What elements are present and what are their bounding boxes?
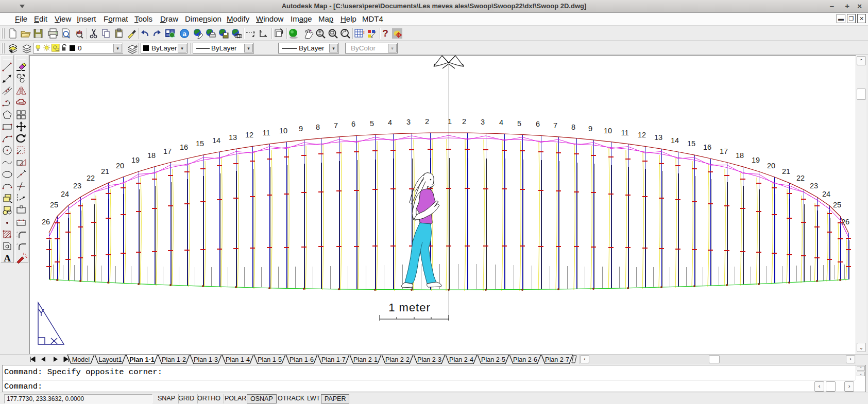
svg-text:10: 10	[604, 127, 612, 135]
svg-text:13: 13	[654, 133, 662, 142]
svg-text:24: 24	[822, 190, 830, 198]
svg-text:Model: Model	[72, 356, 90, 363]
svg-text:24: 24	[61, 190, 69, 198]
svg-text:12: 12	[245, 131, 253, 139]
svg-text:14: 14	[212, 136, 220, 145]
svg-text:Plan 2-3: Plan 2-3	[417, 356, 441, 363]
svg-text:26: 26	[42, 218, 50, 226]
svg-text:16: 16	[180, 143, 188, 151]
svg-text:2: 2	[462, 117, 466, 126]
svg-text:Plan 2-4: Plan 2-4	[449, 356, 473, 363]
svg-text:10: 10	[279, 127, 287, 135]
svg-text:Plan 1-5: Plan 1-5	[258, 356, 282, 363]
svg-text:5: 5	[517, 119, 521, 128]
svg-text:14: 14	[671, 136, 679, 145]
svg-text:22: 22	[796, 174, 805, 182]
svg-text:8: 8	[316, 123, 320, 131]
svg-text:3: 3	[406, 118, 411, 126]
svg-text:20: 20	[767, 162, 775, 170]
svg-text:Plan 2-2: Plan 2-2	[385, 356, 410, 363]
svg-text:4: 4	[388, 118, 392, 127]
svg-text:3: 3	[481, 118, 485, 126]
svg-text:Plan 1-7: Plan 1-7	[321, 356, 346, 363]
svg-text:23: 23	[810, 182, 818, 190]
svg-text:22: 22	[87, 174, 95, 182]
svg-text:Plan 2-5: Plan 2-5	[481, 356, 505, 363]
svg-text:2: 2	[425, 117, 429, 126]
svg-text:23: 23	[73, 182, 81, 190]
svg-text:21: 21	[782, 167, 790, 175]
svg-text:?: ?	[382, 28, 388, 39]
svg-text:Plan 2-1: Plan 2-1	[353, 356, 378, 363]
svg-text:19: 19	[131, 156, 140, 164]
svg-text:12: 12	[638, 131, 646, 139]
svg-text:1 meter: 1 meter	[388, 301, 431, 314]
svg-text:7: 7	[553, 121, 557, 130]
svg-text:Plan 2-6: Plan 2-6	[513, 356, 537, 363]
svg-text:26: 26	[841, 218, 849, 226]
svg-text:13: 13	[229, 133, 237, 142]
svg-text:15: 15	[196, 139, 204, 148]
svg-text:15: 15	[687, 139, 695, 148]
svg-text:1: 1	[448, 117, 452, 126]
svg-text:18: 18	[736, 151, 744, 160]
svg-text:Plan 1-2: Plan 1-2	[162, 356, 186, 363]
svg-text:6: 6	[536, 120, 540, 128]
svg-text:9: 9	[588, 125, 592, 133]
svg-text:a: a	[182, 30, 186, 38]
svg-text:21: 21	[101, 167, 109, 175]
svg-text:17: 17	[163, 147, 172, 155]
svg-text:11: 11	[262, 129, 270, 137]
svg-text:Plan 2-7: Plan 2-7	[545, 356, 569, 363]
svg-text:4: 4	[499, 118, 503, 127]
svg-text:7: 7	[334, 121, 338, 130]
svg-text:8: 8	[571, 123, 575, 131]
svg-text:6: 6	[351, 120, 355, 128]
svg-text:19: 19	[752, 156, 760, 164]
svg-text:Plan 1-3: Plan 1-3	[194, 356, 218, 363]
svg-text:20: 20	[116, 162, 124, 170]
svg-text:Plan 1-1: Plan 1-1	[129, 356, 154, 363]
svg-text:11: 11	[621, 129, 628, 137]
svg-text:Plan 1-6: Plan 1-6	[290, 356, 314, 363]
svg-text:Layout1: Layout1	[99, 356, 122, 363]
svg-text:18: 18	[147, 151, 156, 160]
svg-text:9: 9	[299, 125, 303, 133]
svg-text:5: 5	[370, 119, 374, 128]
svg-text:16: 16	[703, 143, 711, 151]
svg-text:!: !	[363, 30, 365, 35]
svg-text:25: 25	[833, 201, 841, 209]
svg-text:17: 17	[720, 147, 728, 155]
svg-text:Plan 1-4: Plan 1-4	[226, 356, 250, 363]
svg-text:25: 25	[50, 201, 58, 209]
